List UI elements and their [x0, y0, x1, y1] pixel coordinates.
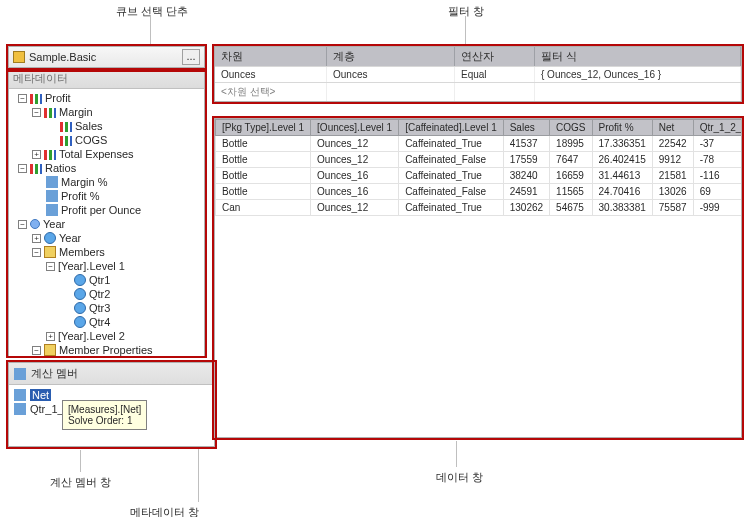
collapse-icon[interactable]: −	[46, 262, 55, 271]
cube-selection-bar[interactable]: Sample.Basic ...	[8, 46, 205, 68]
filter-value-expr[interactable]: { Ounces_12, Ounces_16 }	[535, 67, 741, 82]
grid-cell[interactable]: -999	[693, 200, 742, 216]
grid-cell[interactable]: 13026	[652, 184, 693, 200]
grid-cell[interactable]: Bottle	[216, 168, 311, 184]
tree-node[interactable]: −Margin	[13, 105, 204, 119]
tree-node[interactable]: +Total Expenses	[13, 147, 204, 161]
grid-cell[interactable]: Caffeinated_False	[399, 184, 504, 200]
grid-cell[interactable]: 26.402415	[592, 152, 652, 168]
cube-browse-button[interactable]: ...	[182, 49, 200, 65]
tree-node[interactable]: Profit per Ounce	[13, 203, 204, 217]
grid-cell[interactable]: 31.44613	[592, 168, 652, 184]
collapse-icon[interactable]: −	[32, 346, 41, 355]
grid-cell[interactable]: 24591	[503, 184, 549, 200]
filter-value-dim[interactable]: Ounces	[215, 67, 327, 82]
grid-cell[interactable]: 21581	[652, 168, 693, 184]
tree-node-label: Profit	[45, 91, 71, 105]
grid-cell[interactable]: 24.70416	[592, 184, 652, 200]
tree-node[interactable]: −Members	[13, 245, 204, 259]
filter-col-dim[interactable]: 차원	[215, 47, 327, 66]
table-row[interactable]: BottleOunces_12Caffeinated_True415371899…	[216, 136, 743, 152]
table-row[interactable]: BottleOunces_16Caffeinated_False24591115…	[216, 184, 743, 200]
grid-cell[interactable]: 41537	[503, 136, 549, 152]
grid-cell[interactable]: Caffeinated_True	[399, 168, 504, 184]
grid-column-header[interactable]: Net	[652, 120, 693, 136]
tree-node[interactable]: −Member Properties	[13, 343, 204, 357]
grid-cell[interactable]: Ounces_16	[311, 168, 399, 184]
tree-node-label: Qtr2	[89, 287, 110, 301]
tree-node[interactable]: +Year	[13, 231, 204, 245]
grid-column-header[interactable]: [Caffeinated].Level 1	[399, 120, 504, 136]
filter-col-hier[interactable]: 계층	[327, 47, 455, 66]
grid-cell[interactable]: 17559	[503, 152, 549, 168]
grid-column-header[interactable]: COGS	[550, 120, 592, 136]
filter-col-op[interactable]: 연산자	[455, 47, 535, 66]
grid-cell[interactable]: -37	[693, 136, 742, 152]
expand-icon[interactable]: +	[32, 234, 41, 243]
grid-cell[interactable]: Bottle	[216, 184, 311, 200]
table-row[interactable]: CanOunces_12Caffeinated_True130262546753…	[216, 200, 743, 216]
grid-cell[interactable]: 75587	[652, 200, 693, 216]
grid-cell[interactable]: 18995	[550, 136, 592, 152]
grid-cell[interactable]: Ounces_12	[311, 136, 399, 152]
grid-cell[interactable]: Bottle	[216, 152, 311, 168]
expand-icon[interactable]: +	[32, 150, 41, 159]
grid-cell[interactable]: Bottle	[216, 136, 311, 152]
tree-node[interactable]: Profit %	[13, 189, 204, 203]
filter-value-op[interactable]: Equal	[455, 67, 535, 82]
grid-cell[interactable]: 69	[693, 184, 742, 200]
grid-cell[interactable]: 130262	[503, 200, 549, 216]
grid-cell[interactable]: 54675	[550, 200, 592, 216]
data-grid[interactable]: [Pkg Type].Level 1[Ounces].Level 1[Caffe…	[215, 119, 742, 216]
tree-node[interactable]: Qtr1	[13, 273, 204, 287]
tree-node[interactable]: −Year	[13, 217, 204, 231]
grid-cell[interactable]: Caffeinated_True	[399, 136, 504, 152]
grid-cell[interactable]: 9912	[652, 152, 693, 168]
tree-node[interactable]: Margin %	[13, 175, 204, 189]
grid-cell[interactable]: Caffeinated_True	[399, 200, 504, 216]
tree-node[interactable]: −[Year].Level 1	[13, 259, 204, 273]
tree-node[interactable]: Qtr4	[13, 315, 204, 329]
tree-node[interactable]: Long Names	[13, 357, 204, 358]
grid-cell[interactable]: Ounces_12	[311, 152, 399, 168]
tree-node[interactable]: +[Year].Level 2	[13, 329, 204, 343]
tree-node[interactable]: −Profit	[13, 91, 204, 105]
grid-cell[interactable]: Can	[216, 200, 311, 216]
tree-node[interactable]: COGS	[13, 133, 204, 147]
collapse-icon[interactable]: −	[18, 220, 27, 229]
filter-row[interactable]: Ounces Ounces Equal { Ounces_12, Ounces_…	[215, 66, 741, 82]
grid-cell[interactable]: 7647	[550, 152, 592, 168]
grid-column-header[interactable]: [Pkg Type].Level 1	[216, 120, 311, 136]
table-row[interactable]: BottleOunces_16Caffeinated_True382401665…	[216, 168, 743, 184]
collapse-icon[interactable]: −	[18, 94, 27, 103]
grid-cell[interactable]: 16659	[550, 168, 592, 184]
metadata-tree[interactable]: −Profit−MarginSalesCOGS+Total Expenses−R…	[9, 89, 204, 358]
grid-cell[interactable]: Ounces_12	[311, 200, 399, 216]
collapse-icon[interactable]: −	[32, 108, 41, 117]
grid-cell[interactable]: -78	[693, 152, 742, 168]
tree-node[interactable]: Qtr2	[13, 287, 204, 301]
grid-column-header[interactable]: Sales	[503, 120, 549, 136]
tree-node[interactable]: Sales	[13, 119, 204, 133]
filter-placeholder-row[interactable]: <차원 선택>	[215, 82, 741, 101]
grid-cell[interactable]: Ounces_16	[311, 184, 399, 200]
grid-column-header[interactable]: [Ounces].Level 1	[311, 120, 399, 136]
filter-placeholder[interactable]: <차원 선택>	[215, 83, 327, 101]
tree-node[interactable]: Qtr3	[13, 301, 204, 315]
collapse-icon[interactable]: −	[32, 248, 41, 257]
table-row[interactable]: BottleOunces_12Caffeinated_False17559764…	[216, 152, 743, 168]
tree-node[interactable]: −Ratios	[13, 161, 204, 175]
grid-cell[interactable]: Caffeinated_False	[399, 152, 504, 168]
grid-column-header[interactable]: Qtr_1_2_Delta	[693, 120, 742, 136]
grid-cell[interactable]: -116	[693, 168, 742, 184]
grid-cell[interactable]: 22542	[652, 136, 693, 152]
grid-cell[interactable]: 11565	[550, 184, 592, 200]
grid-cell[interactable]: 38240	[503, 168, 549, 184]
grid-column-header[interactable]: Profit %	[592, 120, 652, 136]
grid-cell[interactable]: 17.336351	[592, 136, 652, 152]
filter-value-hier[interactable]: Ounces	[327, 67, 455, 82]
filter-col-expr[interactable]: 필터 식	[535, 47, 741, 66]
collapse-icon[interactable]: −	[18, 164, 27, 173]
expand-icon[interactable]: +	[46, 332, 55, 341]
grid-cell[interactable]: 30.383381	[592, 200, 652, 216]
